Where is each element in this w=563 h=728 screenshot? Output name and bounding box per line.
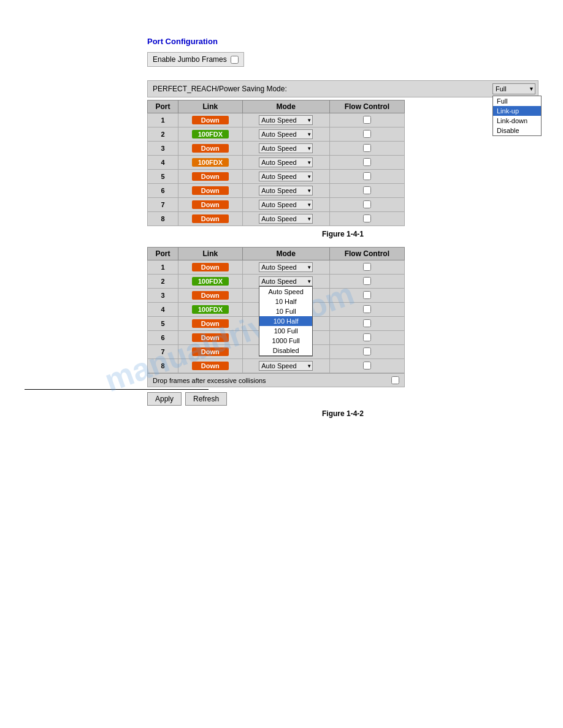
flow-cell[interactable]: [329, 275, 404, 289]
refresh-button[interactable]: Refresh: [185, 392, 227, 406]
mode-dropdown-item[interactable]: Auto Speed: [259, 287, 312, 297]
mode-select[interactable]: Auto Speed10 Half10 Full100 Half100 Full…: [259, 157, 313, 167]
mode-cell[interactable]: Auto Speed10 Half10 Full100 Half100 Full…: [242, 170, 329, 184]
col-mode-2: Mode: [242, 248, 329, 260]
flow-cell[interactable]: [329, 359, 404, 373]
table-row: 2100FDXAuto Speed10 Half10 Full100 Half1…: [148, 275, 405, 289]
mode-select[interactable]: Auto Speed10 Half10 Full100 Half100 Full…: [259, 214, 313, 224]
flow-cell[interactable]: [329, 184, 404, 198]
mode-select[interactable]: Auto Speed10 Half10 Full100 Half100 Full…: [259, 129, 313, 139]
button-row: Apply Refresh: [147, 392, 538, 406]
apply-button[interactable]: Apply: [147, 392, 182, 406]
flow-checkbox[interactable]: [363, 130, 371, 138]
flow-checkbox[interactable]: [363, 263, 371, 271]
mode-select[interactable]: Auto Speed10 Half10 Full100 Half100 Full…: [259, 172, 313, 181]
mode-select-open[interactable]: Auto Speed10 Half10 Full100 Half100 Full…: [259, 276, 313, 286]
flow-cell[interactable]: [329, 142, 404, 156]
link-cell: Down: [178, 345, 243, 359]
mode-cell[interactable]: Auto Speed10 Half10 Full100 Half100 Full…: [242, 127, 329, 142]
mode-select[interactable]: Auto Speed10 Half10 Full100 Half100 Full…: [259, 186, 313, 195]
flow-cell[interactable]: [329, 170, 404, 184]
flow-checkbox[interactable]: [363, 333, 371, 341]
table-row: 1DownAuto Speed10 Half10 Full100 Half100…: [148, 113, 405, 127]
mode-cell[interactable]: Auto Speed10 Half10 Full100 Half100 Full…: [242, 156, 329, 170]
port-cell: 4: [148, 303, 178, 317]
col-mode-1: Mode: [242, 100, 329, 113]
mode-cell[interactable]: Auto Speed10 Half10 Full100 Half100 Full…: [242, 212, 329, 226]
port-cell: 5: [148, 170, 178, 184]
power-saving-label: PERFECT_REACH/Power Saving Mode:: [148, 85, 488, 93]
figure1-table: Port Link Mode Flow Control 1DownAuto Sp…: [147, 100, 405, 226]
mode-cell[interactable]: Auto Speed10 Half10 Full100 Half100 Full…: [242, 184, 329, 198]
mode-cell[interactable]: Auto Speed10 Half10 Full100 Half100 Full…: [242, 113, 329, 127]
mode-cell[interactable]: Auto Speed10 Half10 Full100 Half100 Full…: [242, 142, 329, 156]
mode-dropdown-item[interactable]: Disabled: [259, 346, 312, 355]
flow-checkbox[interactable]: [363, 319, 371, 327]
drop-frames-label: Drop frames after excessive collisions: [153, 377, 391, 384]
mode-cell[interactable]: Auto Speed10 Half10 Full100 Half100 Full…: [242, 260, 329, 275]
col-link-2: Link: [178, 248, 243, 260]
flow-checkbox[interactable]: [363, 172, 371, 180]
mode-dropdown-item[interactable]: 100 Half: [259, 316, 312, 326]
port-cell: 8: [148, 212, 178, 226]
drop-frames-checkbox[interactable]: [391, 376, 399, 384]
mode-dropdown-item[interactable]: 10 Full: [259, 306, 312, 316]
flow-checkbox[interactable]: [363, 277, 371, 285]
flow-cell[interactable]: [329, 331, 404, 345]
flow-checkbox[interactable]: [363, 200, 371, 208]
link-cell: Down: [178, 184, 243, 198]
flow-checkbox[interactable]: [363, 347, 371, 355]
port-cell: 6: [148, 331, 178, 345]
table-row: 1DownAuto Speed10 Half10 Full100 Half100…: [148, 260, 405, 275]
link-cell: Down: [178, 260, 243, 275]
flow-cell[interactable]: [329, 303, 404, 317]
power-saving-dropdown-open: Full Link-up Link-down Disable: [492, 96, 542, 136]
flow-cell[interactable]: [329, 212, 404, 226]
flow-cell[interactable]: [329, 198, 404, 212]
dropdown-option-disable[interactable]: Disable: [493, 126, 541, 135]
power-saving-dropdown[interactable]: Full Link-up Link-down Disable ▼: [492, 83, 535, 94]
dropdown-option-linkdown[interactable]: Link-down: [493, 116, 541, 126]
col-flowcontrol-2: Flow Control: [329, 248, 404, 260]
flow-checkbox[interactable]: [363, 291, 371, 299]
flow-cell[interactable]: [329, 289, 404, 303]
flow-cell[interactable]: [329, 156, 404, 170]
mode-dropdown-item[interactable]: 100 Full: [259, 326, 312, 336]
dropdown-option-linkup[interactable]: Link-up: [493, 106, 541, 116]
link-cell: Down: [178, 198, 243, 212]
port-cell: 1: [148, 113, 178, 127]
mode-cell[interactable]: Auto Speed10 Half10 Full100 Half100 Full…: [242, 198, 329, 212]
mode-cell[interactable]: Auto Speed10 Half10 Full100 Half100 Full…: [242, 275, 329, 289]
flow-checkbox[interactable]: [363, 214, 371, 222]
jumbo-frames-checkbox[interactable]: [231, 56, 239, 64]
flow-checkbox[interactable]: [363, 305, 371, 313]
flow-cell[interactable]: [329, 317, 404, 331]
mode-dropdown-item[interactable]: 10 Half: [259, 297, 312, 306]
flow-cell[interactable]: [329, 260, 404, 275]
dropdown-option-full[interactable]: Full: [493, 96, 541, 106]
link-cell: Down: [178, 142, 243, 156]
mode-select[interactable]: Auto Speed10 Half10 Full100 Half100 Full…: [259, 361, 313, 371]
flow-cell[interactable]: [329, 127, 404, 142]
jumbo-frames-row: Enable Jumbo Frames: [147, 52, 244, 67]
flow-cell[interactable]: [329, 345, 404, 359]
mode-dropdown-item[interactable]: 1000 Full: [259, 336, 312, 346]
flow-cell[interactable]: [329, 113, 404, 127]
link-cell: Down: [178, 331, 243, 345]
port-cell: 4: [148, 156, 178, 170]
flow-checkbox[interactable]: [363, 144, 371, 152]
port-cell: 7: [148, 198, 178, 212]
link-cell: Down: [178, 170, 243, 184]
mode-select[interactable]: Auto Speed10 Half10 Full100 Half100 Full…: [259, 115, 313, 125]
power-saving-select[interactable]: Full Link-up Link-down Disable: [492, 83, 535, 94]
page-title: Port Configuration: [147, 37, 538, 46]
flow-checkbox[interactable]: [363, 158, 371, 166]
flow-checkbox[interactable]: [363, 186, 371, 194]
mode-select[interactable]: Auto Speed10 Half10 Full100 Half100 Full…: [259, 262, 313, 272]
mode-select[interactable]: Auto Speed10 Half10 Full100 Half100 Full…: [259, 143, 313, 153]
table-row: 2100FDXAuto Speed10 Half10 Full100 Half1…: [148, 127, 405, 142]
flow-checkbox[interactable]: [363, 116, 371, 124]
mode-cell[interactable]: Auto Speed10 Half10 Full100 Half100 Full…: [242, 359, 329, 373]
mode-select[interactable]: Auto Speed10 Half10 Full100 Half100 Full…: [259, 200, 313, 210]
flow-checkbox[interactable]: [363, 362, 371, 370]
